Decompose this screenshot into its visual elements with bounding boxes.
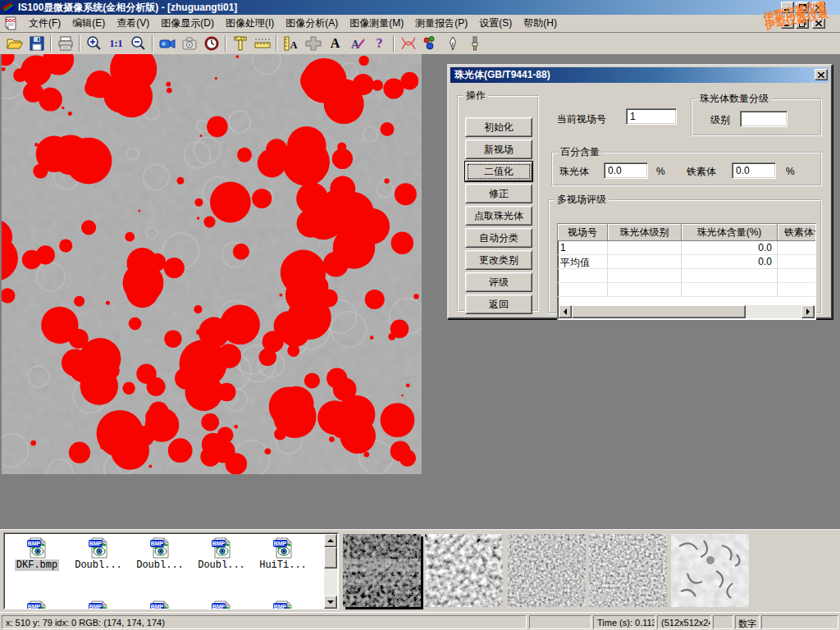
- actual-size-button[interactable]: 1:1: [105, 34, 127, 53]
- ferrite-label: 铁素体: [687, 165, 716, 179]
- toolbar-separator: [225, 35, 226, 52]
- file-item[interactable]: HuiTi...: [253, 536, 313, 571]
- toolbar-separator: [276, 35, 277, 52]
- table-header-row: 视场号 珠光体级别 珠光体含量(%) 铁素体含量(%): [558, 224, 815, 241]
- col-pearlite-content: 珠光体含量(%): [682, 224, 778, 241]
- status-empty-panel: [761, 615, 838, 629]
- scroll-down-button[interactable]: [324, 596, 337, 609]
- correct-button[interactable]: 修正: [465, 184, 532, 203]
- pearlite-percent-input[interactable]: 0.0: [604, 162, 648, 179]
- pick-pearlite-button[interactable]: 点取珠光体: [465, 206, 532, 226]
- file-item[interactable]: [7, 599, 66, 609]
- menu-image-measure[interactable]: 图像测量(M): [344, 15, 409, 32]
- pen-icon[interactable]: [441, 34, 463, 53]
- thumbnail-5[interactable]: [671, 534, 749, 607]
- menu-file[interactable]: 文件(F): [23, 15, 66, 32]
- file-name[interactable]: HuiTi...: [258, 559, 308, 571]
- file-list-scrollbar[interactable]: [324, 534, 337, 609]
- col-ferrite-content: 铁素体含量(%): [778, 224, 816, 241]
- mdi-close-button[interactable]: [812, 18, 825, 29]
- cell-grade: [608, 241, 682, 254]
- file-browser[interactable]: DKF.bmp Doubl... Doubl... Doubl... HuiTi…: [3, 532, 339, 609]
- file-item[interactable]: Doubl...: [69, 536, 128, 571]
- move-cross-icon[interactable]: [302, 34, 324, 53]
- file-item[interactable]: [69, 599, 128, 609]
- curve-tool-icon[interactable]: [397, 34, 419, 53]
- grade-button[interactable]: 评级: [465, 272, 532, 292]
- table-row[interactable]: 平均值 0.0: [558, 255, 815, 269]
- auto-classify-button[interactable]: 自动分类: [465, 228, 532, 248]
- save-icon[interactable]: [25, 34, 48, 53]
- bottom-panel: DKF.bmp Doubl... Doubl... Doubl... HuiTi…: [0, 529, 840, 612]
- change-class-button[interactable]: 更改类别: [465, 250, 532, 270]
- table-row-empty: [558, 283, 815, 297]
- zoom-in-icon[interactable]: [83, 34, 105, 53]
- annotate-icon[interactable]: A: [346, 34, 368, 53]
- brush-icon[interactable]: [463, 34, 486, 53]
- open-icon[interactable]: [3, 34, 25, 53]
- scroll-right-button[interactable]: [801, 305, 815, 318]
- menu-help[interactable]: 帮助(H): [518, 15, 563, 32]
- level-input[interactable]: [740, 111, 788, 127]
- bmp-file-icon: [272, 536, 294, 559]
- document-icon[interactable]: DOC: [3, 16, 18, 30]
- timer-icon[interactable]: [200, 34, 222, 53]
- help-icon[interactable]: ?: [368, 34, 390, 53]
- menu-edit[interactable]: 编辑(E): [66, 15, 111, 32]
- dialog-title-bar[interactable]: 珠光体(GB/T9441-88): [450, 67, 829, 83]
- dialog-close-button[interactable]: [815, 69, 828, 80]
- scrollbar-thumb[interactable]: [572, 305, 746, 318]
- menu-image-processing[interactable]: 图像处理(I): [220, 15, 280, 32]
- file-item[interactable]: [253, 599, 313, 609]
- zoom-out-icon[interactable]: [127, 34, 149, 53]
- file-item[interactable]: [130, 599, 189, 609]
- toolbar-separator: [393, 35, 395, 52]
- ferrite-percent-input[interactable]: 0.0: [732, 162, 776, 179]
- bmp-file-icon: [211, 599, 232, 609]
- multi-field-group: 多视场评级 视场号 珠光体级别 珠光体含量(%) 铁素体含量(%) 1 0.0: [548, 193, 822, 314]
- measure-text-icon[interactable]: A: [280, 34, 302, 53]
- cell-ferrite: [778, 241, 816, 254]
- file-name[interactable]: DKF.bmp: [15, 559, 59, 571]
- file-name[interactable]: Doubl...: [196, 559, 247, 571]
- thumbnail-4[interactable]: [589, 534, 667, 607]
- thumbnail-3[interactable]: [508, 534, 586, 607]
- menu-image-display[interactable]: 图像显示(D): [155, 15, 220, 32]
- video-camera-icon[interactable]: [156, 34, 178, 53]
- thumbnail-2[interactable]: [425, 534, 503, 607]
- text-icon[interactable]: A: [324, 34, 346, 53]
- percent-sign: %: [786, 166, 795, 177]
- caliper-icon[interactable]: [229, 34, 251, 53]
- table-horizontal-scrollbar[interactable]: [559, 305, 815, 318]
- scroll-up-button[interactable]: [324, 534, 337, 547]
- rating-table[interactable]: 视场号 珠光体级别 珠光体含量(%) 铁素体含量(%) 1 0.0 平均值: [557, 223, 816, 320]
- current-field-input[interactable]: 1: [626, 108, 677, 125]
- mdi-restore-button[interactable]: [796, 18, 809, 29]
- print-icon[interactable]: [54, 34, 76, 53]
- color-classify-icon[interactable]: [419, 34, 441, 53]
- menu-measure-report[interactable]: 测量报告(P): [409, 15, 473, 32]
- menu-view[interactable]: 查看(V): [111, 15, 155, 32]
- doc-badge: DOC: [6, 18, 16, 23]
- binarize-button[interactable]: 二值化: [465, 162, 532, 181]
- thumbnail-1[interactable]: [343, 534, 421, 607]
- scroll-left-button[interactable]: [559, 305, 572, 318]
- file-item[interactable]: Doubl...: [130, 536, 189, 571]
- file-item[interactable]: Doubl...: [192, 536, 251, 571]
- menu-image-analysis[interactable]: 图像分析(A): [280, 15, 344, 32]
- ruler-icon[interactable]: [251, 34, 273, 53]
- new-field-button[interactable]: 新视场: [465, 139, 532, 159]
- table-row[interactable]: 1 0.0: [558, 241, 815, 255]
- metallograph-image[interactable]: [2, 54, 422, 474]
- scrollbar-thumb[interactable]: [324, 547, 337, 568]
- file-item[interactable]: [192, 599, 251, 609]
- file-name[interactable]: Doubl...: [135, 559, 185, 571]
- return-button[interactable]: 返回: [465, 294, 532, 314]
- file-name[interactable]: Doubl...: [73, 559, 124, 571]
- file-item[interactable]: DKF.bmp: [7, 536, 66, 571]
- camera-icon[interactable]: [178, 34, 200, 53]
- cell-content: 0.0: [682, 241, 778, 254]
- initialize-button[interactable]: 初始化: [465, 117, 532, 137]
- menu-settings[interactable]: 设置(S): [473, 15, 518, 32]
- percent-sign: %: [656, 166, 665, 177]
